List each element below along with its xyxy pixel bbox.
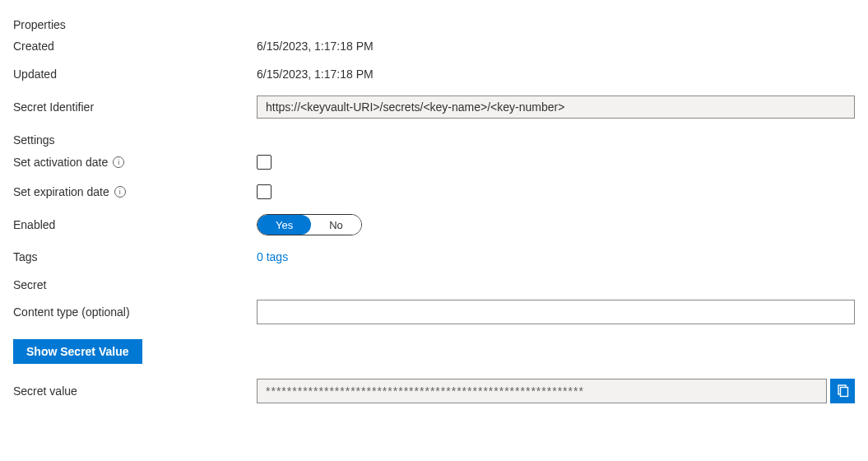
- content-type-label: Content type (optional): [13, 305, 257, 319]
- expiration-date-checkbox[interactable]: [257, 184, 272, 199]
- enabled-yes[interactable]: Yes: [258, 215, 311, 235]
- updated-value: 6/15/2023, 1:17:18 PM: [257, 68, 855, 81]
- content-type-input[interactable]: [257, 300, 855, 324]
- secret-value-row: Secret value: [13, 379, 855, 403]
- updated-row: Updated 6/15/2023, 1:17:18 PM: [13, 68, 855, 81]
- secret-header: Secret: [13, 278, 855, 291]
- show-secret-value-button[interactable]: Show Secret Value: [13, 339, 142, 364]
- tags-label: Tags: [13, 250, 257, 263]
- expiration-date-row: Set expiration date i: [13, 184, 855, 199]
- secret-value-input[interactable]: [257, 379, 827, 403]
- settings-header: Settings: [13, 133, 855, 147]
- secret-identifier-row: Secret Identifier https://<keyvault-URI>…: [13, 95, 855, 119]
- created-row: Created 6/15/2023, 1:17:18 PM: [13, 40, 855, 53]
- svg-rect-1: [841, 388, 848, 397]
- expiration-date-label: Set expiration date: [13, 185, 109, 198]
- created-value: 6/15/2023, 1:17:18 PM: [257, 40, 855, 53]
- copy-button[interactable]: [830, 379, 855, 403]
- content-type-row: Content type (optional): [13, 300, 855, 324]
- enabled-row: Enabled Yes No: [13, 214, 855, 235]
- enabled-toggle[interactable]: Yes No: [257, 214, 362, 235]
- tags-link[interactable]: 0 tags: [257, 250, 288, 263]
- secret-identifier-label: Secret Identifier: [13, 100, 257, 114]
- activation-date-checkbox[interactable]: [257, 155, 272, 170]
- activation-date-label: Set activation date: [13, 156, 108, 169]
- enabled-no[interactable]: No: [311, 215, 361, 235]
- tags-row: Tags 0 tags: [13, 250, 855, 263]
- secret-value-label: Secret value: [13, 384, 257, 398]
- properties-header: Properties: [13, 18, 855, 31]
- copy-icon: [836, 384, 849, 398]
- activation-date-row: Set activation date i: [13, 155, 855, 170]
- enabled-label: Enabled: [13, 218, 257, 231]
- info-icon[interactable]: i: [114, 186, 126, 198]
- updated-label: Updated: [13, 68, 257, 81]
- info-icon[interactable]: i: [113, 156, 124, 168]
- created-label: Created: [13, 40, 257, 53]
- secret-identifier-value[interactable]: https://<keyvault-URI>/secrets/<key-name…: [257, 95, 855, 119]
